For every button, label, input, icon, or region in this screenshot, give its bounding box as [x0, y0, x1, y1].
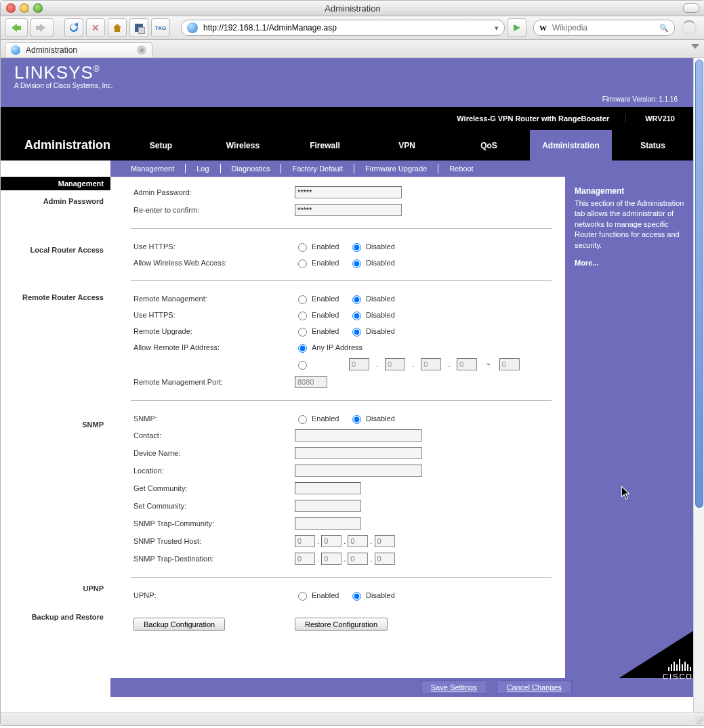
tab-status[interactable]: Status — [612, 130, 694, 160]
use-https-enabled[interactable]: Enabled — [295, 241, 342, 252]
specific-ip-radio[interactable] — [295, 359, 342, 370]
contact-input[interactable] — [295, 429, 422, 442]
trap-community-input[interactable] — [295, 517, 361, 530]
firmware-version: Firmware Version: 1.1.16 — [602, 95, 678, 103]
remote-mgmt-label: Remote Management: — [131, 291, 292, 307]
subtab-firmware-upgrade[interactable]: Firmware Upgrade — [354, 164, 438, 173]
window-titlebar: Administration — [1, 1, 704, 16]
go-button[interactable] — [508, 18, 526, 37]
allow-wireless-label: Allow Wireless Web Access: — [131, 255, 292, 271]
url-input[interactable] — [202, 22, 491, 33]
upnp-enabled[interactable]: Enabled — [295, 590, 342, 601]
ip-oct-2[interactable] — [385, 358, 405, 370]
trusted-host-2[interactable] — [321, 535, 341, 547]
trusted-host-3[interactable] — [348, 535, 368, 547]
use-https-disabled[interactable]: Disabled — [349, 241, 396, 252]
tab-administration[interactable]: Administration — [530, 130, 612, 160]
url-bar[interactable]: ▾ — [181, 20, 505, 36]
ip-oct-range[interactable] — [499, 358, 520, 370]
side-admin-password: Admin Password — [1, 197, 110, 205]
snmp-disabled[interactable]: Disabled — [349, 413, 396, 424]
admin-password-input[interactable] — [295, 186, 402, 198]
cancel-changes-button[interactable]: Cancel Changes — [497, 681, 572, 694]
allow-wireless-enabled[interactable]: Enabled — [295, 257, 342, 268]
svg-marker-0 — [12, 24, 21, 32]
window-footer — [1, 712, 704, 725]
trap-dest-4[interactable] — [375, 553, 395, 565]
home-button[interactable] — [108, 18, 127, 37]
trusted-host-1[interactable] — [295, 535, 315, 547]
search-icon[interactable]: 🔍 — [659, 24, 669, 33]
svg-marker-2 — [113, 24, 121, 32]
bookmark-button[interactable] — [129, 18, 148, 37]
remote-mgmt-disabled[interactable]: Disabled — [349, 293, 396, 304]
ip-oct-3[interactable] — [421, 358, 441, 370]
trap-dest-2[interactable] — [321, 553, 341, 565]
remote-https-enabled[interactable]: Enabled — [295, 309, 342, 320]
get-community-label: Get Community: — [131, 479, 292, 497]
allow-wireless-disabled[interactable]: Disabled — [349, 257, 396, 268]
reload-button[interactable] — [64, 18, 83, 37]
remote-upgrade-enabled[interactable]: Enabled — [295, 326, 342, 337]
browser-tab[interactable]: Administration ✕ — [5, 42, 152, 58]
tab-vpn[interactable]: VPN — [366, 130, 448, 160]
local-access-section: Use HTTPS: Enabled Disabled Allow Wirele… — [131, 238, 552, 271]
upnp-disabled[interactable]: Disabled — [349, 590, 396, 601]
snmp-enabled[interactable]: Enabled — [295, 413, 342, 424]
help-title: Management — [575, 186, 684, 196]
remote-upgrade-disabled[interactable]: Disabled — [349, 326, 396, 337]
back-button[interactable] — [5, 18, 28, 37]
trusted-host-4[interactable] — [375, 535, 395, 547]
set-community-input[interactable] — [295, 500, 361, 512]
subtab-management[interactable]: Management — [120, 164, 186, 173]
remote-port-label: Remote Management Port: — [131, 373, 292, 391]
trap-dest-1[interactable] — [295, 553, 315, 565]
device-name-input[interactable] — [295, 447, 422, 459]
side-header: Management — [1, 177, 110, 190]
tab-wireless[interactable]: Wireless — [202, 130, 284, 160]
tag-button[interactable]: TAG — [151, 18, 170, 37]
browser-toolbar: ✕ TAG ▾ W 🔍 — [1, 16, 704, 40]
any-ip-radio[interactable]: Any IP Address — [295, 342, 363, 353]
vertical-scrollbar[interactable] — [693, 58, 704, 713]
ip-oct-4[interactable] — [457, 358, 477, 370]
close-tab-button[interactable]: ✕ — [137, 45, 146, 55]
location-input[interactable] — [295, 465, 422, 477]
tab-firewall[interactable]: Firewall — [284, 130, 366, 160]
remote-port-input[interactable] — [295, 376, 327, 388]
toolbar-pill-button[interactable] — [683, 3, 699, 13]
upnp-section: UPNP: Enabled Disabled — [131, 587, 552, 603]
help-panel: Management This section of the Administr… — [565, 177, 694, 678]
subtab-diagnostics[interactable]: Diagnostics — [221, 164, 282, 173]
reenter-password-label: Re-enter to confirm: — [131, 201, 292, 219]
restore-button[interactable]: Restore Configuration — [295, 618, 388, 631]
get-community-input[interactable] — [295, 482, 361, 494]
resize-handle[interactable] — [695, 716, 703, 724]
save-settings-button[interactable]: Save Settings — [421, 681, 487, 694]
tab-setup[interactable]: Setup — [120, 130, 202, 160]
remote-mgmt-enabled[interactable]: Enabled — [295, 293, 342, 304]
search-bar[interactable]: W 🔍 — [533, 20, 675, 36]
backup-section: Backup Configuration Restore Configurati… — [131, 615, 552, 634]
window-title: Administration — [1, 3, 704, 14]
svg-marker-3 — [514, 24, 520, 31]
subtab-reboot[interactable]: Reboot — [438, 164, 484, 173]
help-more-link[interactable]: More... — [575, 259, 598, 267]
tab-qos[interactable]: QoS — [448, 130, 530, 160]
trap-community-label: SNMP Trap-Community: — [131, 515, 292, 532]
remote-https-disabled[interactable]: Disabled — [349, 309, 396, 320]
backup-button[interactable]: Backup Configuration — [133, 618, 225, 631]
ip-oct-1[interactable] — [349, 358, 369, 370]
subtab-log[interactable]: Log — [186, 164, 220, 173]
scrollbar-thumb[interactable] — [695, 60, 703, 508]
trusted-host-label: SNMP Trusted Host: — [131, 532, 292, 550]
activity-spinner — [682, 20, 697, 35]
search-input[interactable] — [551, 22, 655, 33]
router-header: LINKSYS® A Division of Cisco Systems, In… — [1, 58, 694, 107]
url-dropdown-icon[interactable]: ▾ — [495, 24, 499, 33]
stop-button[interactable]: ✕ — [86, 18, 105, 37]
reenter-password-input[interactable] — [295, 204, 402, 216]
trap-dest-3[interactable] — [348, 553, 368, 565]
forward-button[interactable] — [30, 18, 54, 37]
subtab-factory-default[interactable]: Factory Default — [281, 164, 354, 173]
